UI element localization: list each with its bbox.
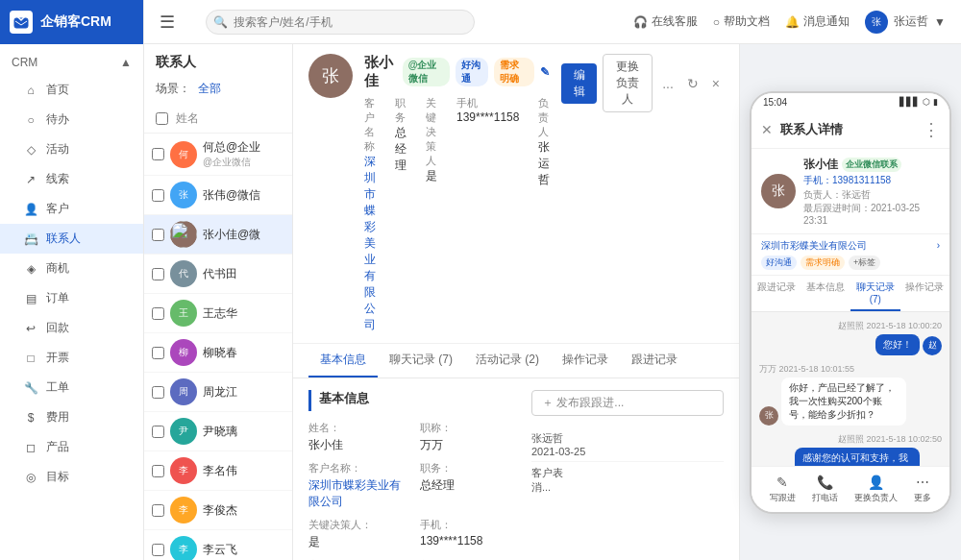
contact-full-name: 张小佳 @企业微信 好沟通 需求明确 ✎: [364, 54, 550, 90]
meta-key-decision: 关键决策人 是: [426, 96, 437, 333]
change-owner-phone-btn[interactable]: 👤 更换负责人: [854, 475, 898, 504]
tab-basic[interactable]: 基本信息: [308, 344, 378, 377]
meta-phone: 手机 139****1158: [456, 96, 519, 333]
sidebar-item-order[interactable]: ▤ 订单: [0, 283, 143, 313]
list-item[interactable]: 尹 尹晓璃: [144, 412, 292, 451]
chat-bubble-row: 赵 感谢您的认可和支持，我们的价格是明码标价在官网上的，已经是具性价比，且价格透…: [795, 448, 942, 466]
sidebar-item-target[interactable]: ◎ 目标: [0, 462, 143, 492]
list-item[interactable]: 张 张伟@微信: [144, 176, 292, 215]
tab-chat[interactable]: 聊天记录 (7): [378, 344, 464, 377]
field-value: 张小佳: [308, 437, 405, 453]
sidebar-item-contact[interactable]: 📇 联系人: [0, 224, 143, 254]
filter-value[interactable]: 全部: [198, 81, 221, 97]
contact-checkbox[interactable]: [152, 148, 164, 160]
tab-operation[interactable]: 操作记录: [551, 344, 620, 377]
sidebar-item-todo[interactable]: ○ 待办: [0, 105, 143, 134]
publish-followup-btn[interactable]: ＋ 发布跟跟进...: [531, 390, 724, 416]
phone-tab-chat[interactable]: 聊天记录(7): [850, 276, 900, 311]
more-dots-icon[interactable]: ⋮: [923, 119, 940, 140]
sidebar-item-customer[interactable]: 👤 客户: [0, 194, 143, 224]
list-item[interactable]: 周 周龙江: [144, 373, 292, 412]
more-button[interactable]: ...: [658, 74, 678, 93]
contact-checkbox[interactable]: [152, 268, 164, 280]
contact-info: 柳晓春: [203, 345, 237, 361]
field-label: 客户名称：: [308, 461, 405, 475]
phone-tab-basic[interactable]: 基本信息: [801, 276, 851, 311]
tab-followup[interactable]: 跟进记录: [620, 344, 689, 377]
change-owner-button[interactable]: 更换负责人: [603, 54, 653, 112]
write-followup-btn[interactable]: ✎ 写跟进: [770, 475, 796, 504]
contact-checkbox[interactable]: [152, 347, 164, 359]
list-item[interactable]: 李 李名伟: [144, 451, 292, 491]
contact-checkbox[interactable]: [152, 426, 164, 438]
customer-icon: 👤: [23, 202, 38, 217]
more-phone-btn[interactable]: ⋯ 更多: [914, 475, 931, 504]
notification-btn[interactable]: 🔔 消息通知: [785, 13, 850, 30]
product-icon: ◻: [23, 440, 38, 455]
panel-filter: 场景： 全部: [144, 77, 292, 105]
contact-checkbox[interactable]: [152, 307, 164, 320]
list-item[interactable]: 柳 柳晓春: [144, 333, 292, 373]
tab-activity[interactable]: 活动记录 (2): [464, 344, 551, 377]
search-input[interactable]: [206, 10, 475, 35]
contact-checkbox[interactable]: [152, 386, 164, 399]
customer-name-link[interactable]: 深圳市蝶彩美业有限公司: [364, 154, 376, 333]
contact-checkbox[interactable]: [152, 465, 164, 477]
book-icon: ○: [713, 15, 720, 29]
edit-button[interactable]: 编辑: [561, 63, 596, 104]
more-icon: ⋯: [916, 475, 929, 490]
menu-toggle[interactable]: ☰: [160, 12, 175, 33]
list-item[interactable]: 李 李云飞: [144, 530, 292, 560]
detail-tabs: 基本信息 聊天记录 (7) 活动记录 (2) 操作记录 跟进记录: [293, 344, 739, 378]
detail-panel: 张 张小佳 @企业微信 好沟通 需求明确 ✎ 客户名称 深圳市蝶彩: [293, 44, 740, 560]
sidebar-item-leads[interactable]: ↗ 线索: [0, 164, 143, 194]
phone-tab-followup[interactable]: 跟进记录: [752, 276, 801, 311]
contact-checkbox[interactable]: [152, 504, 164, 517]
list-item[interactable]: 何 何总@企业 @企业微信: [144, 134, 292, 176]
panel-title: 联系人: [144, 44, 292, 77]
phone-tab-operation[interactable]: 操作记录: [900, 276, 950, 311]
chat-bubble-sent: 您好！: [875, 334, 920, 355]
crm-section: CRM ▲ ⌂ 首页 ○ 待办 ◇ 活动 ↗ 线索 👤 客户: [0, 44, 143, 498]
contact-info: 李云飞: [203, 542, 237, 558]
user-menu[interactable]: 张 张运哲 ▼: [865, 11, 946, 34]
contact-name: 李云飞: [203, 542, 237, 558]
contact-icon: 📇: [23, 231, 38, 247]
sidebar-item-activity[interactable]: ◇ 活动: [0, 134, 143, 164]
contact-name: 王志华: [203, 305, 237, 322]
contact-checkbox[interactable]: [152, 544, 164, 556]
list-item[interactable]: 李 李俊杰: [144, 491, 292, 530]
close-button[interactable]: ×: [708, 74, 724, 93]
help-doc-btn[interactable]: ○ 帮助文档: [713, 13, 770, 30]
field-name: 姓名： 张小佳: [308, 421, 405, 453]
field-label: 关键决策人：: [308, 518, 405, 532]
field-label: 职务：: [420, 461, 516, 475]
phone-company-link[interactable]: 深圳市彩蝶美业有限公司 ›: [761, 239, 940, 253]
call-btn[interactable]: 📞 打电话: [812, 475, 838, 504]
refresh-button[interactable]: ↻: [683, 74, 702, 93]
sidebar-item-product[interactable]: ◻ 产品: [0, 432, 143, 462]
user-avatar: 张: [865, 11, 888, 34]
field-customer: 客户名称： 深圳市蝶彩美业有限公司: [308, 461, 405, 510]
online-service-btn[interactable]: 🎧 在线客服: [633, 13, 698, 30]
sidebar-item-return[interactable]: ↩ 回款: [0, 313, 143, 343]
edit-icon[interactable]: ✎: [540, 65, 550, 79]
sidebar-item-opportunity[interactable]: ◈ 商机: [0, 254, 143, 283]
sidebar-item-expense[interactable]: $ 费用: [0, 402, 143, 432]
crm-section-header[interactable]: CRM ▲: [0, 50, 143, 75]
sidebar-item-home[interactable]: ⌂ 首页: [0, 75, 143, 105]
phone-status-bar: 15:04 ▋▋▋ ⬡ ▮: [752, 93, 949, 111]
phone-tabs: 跟进记录 基本信息 聊天记录(7) 操作记录: [752, 276, 949, 312]
field-label: 手机：: [420, 518, 516, 532]
close-x-icon[interactable]: ✕: [761, 122, 773, 137]
list-item[interactable]: 代 代书田: [144, 255, 292, 294]
sidebar-item-invoice[interactable]: □ 开票: [0, 343, 143, 373]
list-item[interactable]: 王 王志华: [144, 294, 292, 333]
contact-checkbox[interactable]: [152, 229, 164, 241]
sidebar-item-workorder[interactable]: 🔧 工单: [0, 373, 143, 402]
signal-icon: ▋▋▋: [899, 97, 920, 107]
avatar: 代: [170, 260, 197, 287]
select-all-checkbox[interactable]: [156, 112, 168, 125]
contact-checkbox[interactable]: [152, 189, 164, 202]
list-item[interactable]: 张小佳@微: [144, 215, 292, 255]
